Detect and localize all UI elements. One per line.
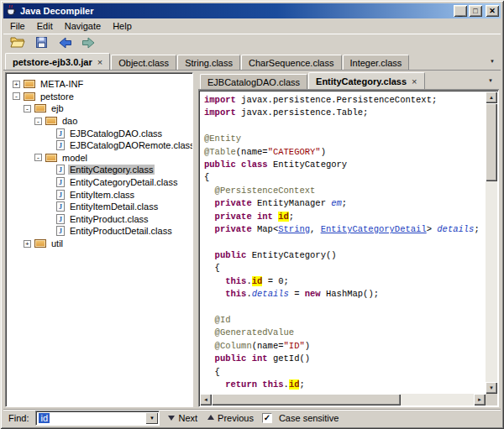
jar-tabs: petstore-ejb3.0.jar×Object.classString.c… [3, 53, 482, 70]
tab-petstore-ejb3-0-jar[interactable]: petstore-ejb3.0.jar× [5, 53, 110, 70]
tree-item-model[interactable]: -model [8, 152, 191, 165]
close-button[interactable]: ✕ [486, 5, 499, 17]
tab-close-icon[interactable]: × [97, 58, 102, 66]
code-token: javax.persistence.Table; [236, 107, 369, 118]
node-label: EntityCategoryDetail.class [68, 177, 179, 187]
find-previous-button[interactable]: Previous [206, 411, 255, 424]
tab-integer-class[interactable]: Integer.class [343, 55, 410, 70]
class-icon: J [56, 226, 65, 236]
code-line: @PersistenceContext [204, 185, 485, 197]
find-input[interactable]: id ▼ [35, 411, 160, 426]
find-combo-dropdown-icon[interactable]: ▼ [145, 412, 158, 424]
main-content: +META-INF-petstore-ejb-daoJEJBCatalogDAO… [3, 71, 501, 409]
tree-item-petstore[interactable]: -petstore [8, 91, 191, 103]
menu-help[interactable]: Help [107, 19, 138, 33]
node-label: EntityItem.class [68, 190, 136, 200]
class-icon: J [56, 140, 65, 150]
menu-file[interactable]: File [4, 19, 31, 33]
tree-item-entityproductdetail-class[interactable]: JEntityProductDetail.class [8, 225, 191, 238]
save-button[interactable] [31, 35, 51, 52]
tab-label: petstore-ejb3.0.jar [13, 57, 92, 67]
tree-item-entityproduct-class[interactable]: JEntityProduct.class [8, 213, 191, 226]
node-label: EntityCategory.class [68, 165, 155, 175]
type-link[interactable]: String [278, 224, 310, 234]
code-line: public class EntityCategory [204, 159, 485, 171]
scroll-down-icon[interactable]: ▼ [486, 382, 497, 394]
type-link[interactable]: EntityCategoryDetail [321, 224, 427, 234]
node-label: ejb [50, 103, 66, 113]
code-token: this [225, 289, 246, 299]
case-sensitive-label: Case sensitive [279, 413, 339, 423]
code-token: "ID" [284, 341, 305, 351]
code-token: public int [215, 353, 268, 364]
code-token: return [225, 379, 257, 390]
code-line: @Id [204, 314, 485, 327]
collapse-icon[interactable]: - [34, 154, 42, 161]
tab-entitycategory-class[interactable]: EntityCategory.class× [308, 72, 424, 89]
horizontal-scroll-track[interactable] [212, 394, 474, 405]
jar-tab-dropdown-icon[interactable]: ▼ [486, 55, 499, 67]
back-arrow-icon [58, 37, 72, 50]
tab-charsequence-class[interactable]: CharSequence.class [241, 55, 342, 70]
collapse-icon[interactable]: - [13, 92, 20, 100]
tree-item-entitycategory-class[interactable]: JEntityCategory.class [8, 164, 191, 176]
code-token [204, 276, 225, 286]
tree-item-ejbcatalogdaoremote-class[interactable]: JEJBCatalogDAORemote.class [8, 139, 191, 152]
window-title: Java Decompiler [20, 6, 450, 16]
code-token: @Table [204, 147, 236, 157]
code-token: em [331, 198, 342, 208]
package-icon [24, 92, 35, 101]
code-line: import javax.persistence.Table; [204, 107, 485, 119]
tree-item-dao[interactable]: -dao [8, 115, 191, 128]
horizontal-scroll-thumb[interactable] [212, 394, 401, 405]
tree-item-entityitem-class[interactable]: JEntityItem.class [8, 188, 191, 201]
maximize-button[interactable]: □ [469, 5, 482, 17]
expand-icon[interactable]: + [13, 81, 20, 88]
menu-navigate[interactable]: Navigate [59, 19, 107, 33]
menu-edit[interactable]: Edit [31, 19, 59, 33]
navigate-back-button[interactable] [55, 35, 75, 52]
tree-item-meta-inf[interactable]: +META-INF [8, 78, 191, 91]
code-token [204, 289, 225, 299]
code-token: this [262, 379, 283, 390]
source-tab-dropdown-icon[interactable]: ▼ [484, 75, 497, 86]
code-line: private int id; [204, 211, 485, 223]
code-line: public int getId() [204, 353, 485, 365]
code-token [204, 250, 215, 260]
case-sensitive-checkbox[interactable]: ✓ [262, 413, 272, 423]
tree-item-entityitemdetail-class[interactable]: JEntityItemDetail.class [8, 201, 191, 213]
code-line: { [204, 171, 485, 184]
scroll-left-icon[interactable]: ◄ [200, 394, 212, 405]
tab-label: EntityCategory.class [316, 76, 407, 86]
code-token: EntityCategory() [246, 250, 336, 260]
code-line: public EntityCategory() [204, 249, 485, 262]
check-icon: ✓ [264, 414, 270, 422]
code-line: this.details = new HashMap(); [204, 288, 485, 301]
tab-object-class[interactable]: Object.class [111, 55, 176, 70]
find-next-button[interactable]: Next [166, 411, 199, 424]
code-token: public [215, 250, 247, 260]
vertical-scrollbar[interactable]: ▲ ▼ [486, 92, 497, 394]
tree-item-entitycategorydetail-class[interactable]: JEntityCategoryDetail.class [8, 176, 191, 189]
code-token: this [225, 276, 246, 286]
collapse-icon[interactable]: - [34, 118, 42, 125]
vertical-scroll-track[interactable] [486, 103, 497, 382]
tab-label: EJBCatalogDAO.class [207, 77, 300, 87]
open-file-button[interactable] [8, 35, 28, 52]
tab-close-icon[interactable]: × [412, 77, 417, 86]
collapse-icon[interactable]: - [24, 105, 31, 112]
navigate-forward-button[interactable] [78, 35, 98, 52]
vertical-scroll-thumb[interactable] [486, 103, 497, 181]
tree-item-util[interactable]: +util [8, 238, 191, 250]
tab-string-class[interactable]: String.class [177, 55, 240, 70]
class-icon: J [56, 128, 65, 139]
expand-icon[interactable]: + [24, 240, 31, 248]
code-line [204, 120, 485, 133]
tree-item-ejb[interactable]: -ejb [8, 102, 191, 115]
scroll-up-icon[interactable]: ▲ [486, 92, 497, 103]
tree-item-ejbcatalogdao-class[interactable]: JEJBCatalogDAO.class [8, 127, 191, 139]
tab-ejbcatalogdao-class[interactable]: EJBCatalogDAO.class [200, 74, 307, 89]
horizontal-scrollbar[interactable]: ◄ ► [200, 394, 486, 405]
scroll-right-icon[interactable]: ► [474, 394, 486, 405]
minimize-button[interactable]: _ [454, 5, 467, 17]
